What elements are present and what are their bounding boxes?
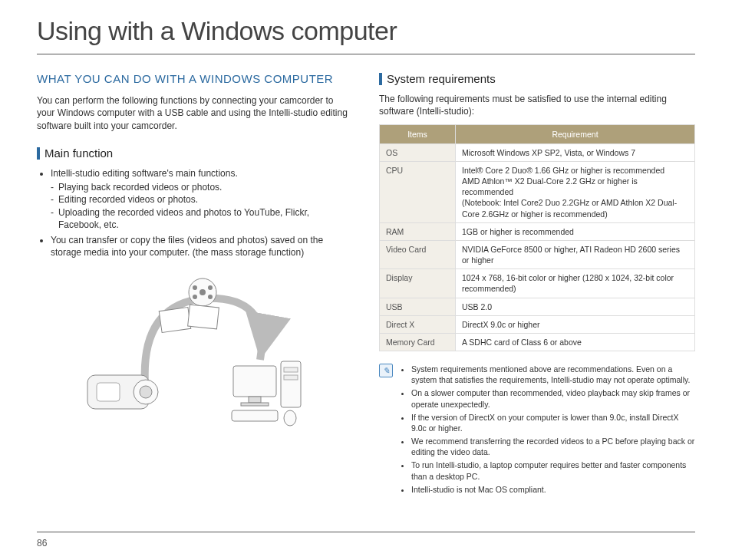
list-item: Uploading the recorded videos and photos… xyxy=(58,206,353,231)
svg-point-2 xyxy=(193,285,197,290)
table-cell-item: Memory Card xyxy=(380,333,456,351)
page-title: Using with a Windows computer xyxy=(37,14,695,54)
illustration xyxy=(37,275,353,429)
table-row: RAM1GB or higher is recommended xyxy=(380,222,695,240)
table-cell-requirement: Intel® Core 2 Duo® 1.66 GHz or higher is… xyxy=(456,161,695,222)
note-icon: ✎ xyxy=(379,364,393,377)
table-header: Items xyxy=(380,124,456,143)
table-row: CPUIntel® Core 2 Duo® 1.66 GHz or higher… xyxy=(380,161,695,222)
table-row: Direct XDirectX 9.0c or higher xyxy=(380,315,695,333)
table-cell-requirement: DirectX 9.0c or higher xyxy=(456,315,695,333)
sub-list: Playing back recorded videos or photos. … xyxy=(51,181,353,231)
list-item: Editing recorded videos or photos. xyxy=(58,193,353,206)
svg-rect-18 xyxy=(232,410,278,421)
svg-point-10 xyxy=(140,386,152,398)
table-row: OSMicrosoft Windows XP SP2, Vista, or Wi… xyxy=(380,143,695,161)
main-function-list: Intelli-studio editing software's main f… xyxy=(40,167,353,259)
left-column: WHAT YOU CAN DO WITH A WINDOWS COMPUTER … xyxy=(37,71,353,497)
intro-text: The following requirements must be satis… xyxy=(379,93,695,117)
svg-rect-17 xyxy=(284,375,298,380)
svg-point-1 xyxy=(199,289,206,295)
svg-rect-6 xyxy=(159,308,191,333)
svg-rect-13 xyxy=(249,397,261,403)
footer-divider xyxy=(37,532,695,532)
table-cell-item: Video Card xyxy=(380,240,456,268)
list-item: Intelli-studio editing software's main f… xyxy=(51,167,353,231)
svg-point-4 xyxy=(193,295,197,299)
table-cell-requirement: 1GB or higher is recommended xyxy=(456,222,695,240)
svg-rect-11 xyxy=(97,383,120,401)
notes-list: System requirements mentioned above are … xyxy=(399,364,695,497)
svg-rect-14 xyxy=(241,403,269,406)
list-item: You can transfer or copy the files (vide… xyxy=(51,234,353,259)
accent-bar-icon xyxy=(37,147,40,160)
subheading-label: System requirements xyxy=(387,71,496,87)
list-item: Playing back recorded videos or photos. xyxy=(58,181,353,193)
table-cell-requirement: 1024 x 768, 16-bit color or higher (1280… xyxy=(456,269,695,298)
camcorder-to-pc-illustration xyxy=(72,275,318,429)
table-cell-requirement: USB 2.0 xyxy=(456,298,695,315)
list-text: Intelli-studio editing software's main f… xyxy=(51,168,238,179)
table-cell-requirement: Microsoft Windows XP SP2, Vista, or Wind… xyxy=(456,143,695,161)
table-cell-item: USB xyxy=(380,298,456,315)
table-row: USBUSB 2.0 xyxy=(380,298,695,315)
right-column: System requirements The following requir… xyxy=(379,71,695,497)
list-item: We recommend transferring the recorded v… xyxy=(411,436,695,457)
page-number: 86 xyxy=(37,537,47,549)
table-cell-item: OS xyxy=(380,143,456,161)
table-header: Requirement xyxy=(456,124,695,143)
svg-rect-12 xyxy=(233,366,276,397)
list-item: System requirements mentioned above are … xyxy=(411,364,695,385)
list-item: On a slower computer than recommended, v… xyxy=(411,387,695,409)
subheading-main-function: Main function xyxy=(37,146,353,161)
note-box: ✎ System requirements mentioned above ar… xyxy=(379,364,695,497)
table-cell-item: Direct X xyxy=(380,315,456,333)
subheading-system-req: System requirements xyxy=(379,71,695,87)
subheading-label: Main function xyxy=(45,146,113,161)
table-cell-item: CPU xyxy=(380,161,456,222)
table-cell-item: RAM xyxy=(380,222,456,240)
table-row: Memory CardA SDHC card of Class 6 or abo… xyxy=(380,333,695,351)
svg-point-3 xyxy=(208,285,213,290)
table-row: Display1024 x 768, 16-bit color or highe… xyxy=(380,269,695,298)
requirements-table: Items Requirement OSMicrosoft Windows XP… xyxy=(379,124,695,352)
svg-rect-7 xyxy=(188,305,219,329)
list-item: To run Intelli-studio, a laptop computer… xyxy=(411,460,695,481)
table-row: Video CardNVIDIA GeForce 8500 or higher,… xyxy=(380,240,695,268)
table-cell-requirement: NVIDIA GeForce 8500 or higher, ATI Radeo… xyxy=(456,240,695,268)
svg-point-19 xyxy=(284,410,296,426)
accent-bar-icon xyxy=(379,73,382,85)
section-heading: WHAT YOU CAN DO WITH A WINDOWS COMPUTER xyxy=(37,71,353,87)
intro-text: You can perform the following functions … xyxy=(37,94,353,132)
list-item: Intelli-studio is not Mac OS compliant. xyxy=(411,484,695,495)
svg-point-5 xyxy=(208,295,213,299)
table-cell-requirement: A SDHC card of Class 6 or above xyxy=(456,333,695,351)
list-item: If the version of DirectX on your comput… xyxy=(411,412,695,433)
svg-rect-16 xyxy=(284,367,298,372)
table-cell-item: Display xyxy=(380,269,456,298)
